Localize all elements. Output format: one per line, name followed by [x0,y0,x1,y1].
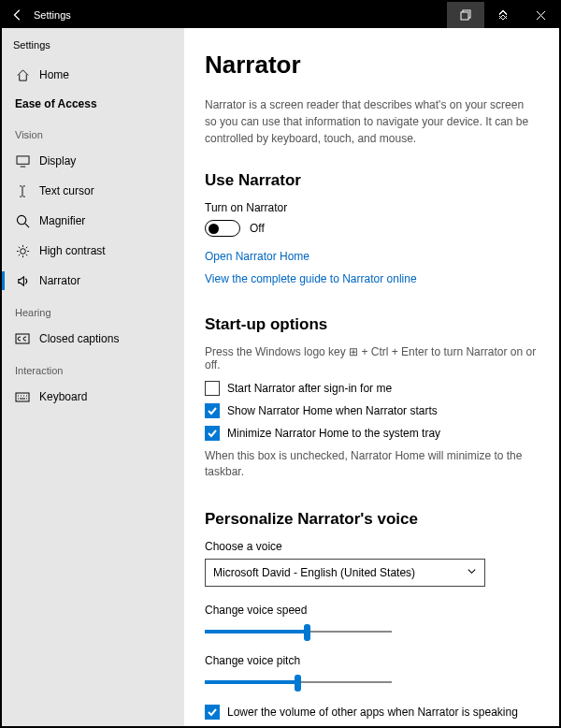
pitch-slider[interactable] [205,673,485,692]
back-button[interactable] [9,7,26,23]
sidebar: Settings Home Ease of Access Vision Disp… [2,28,184,726]
sidebar-category-vision: Vision [2,118,184,146]
sidebar-item-label: Closed captions [39,332,119,345]
voice-selected: Microsoft David - English (United States… [213,566,415,579]
restore-down-button[interactable] [447,2,484,28]
high-contrast-icon [15,243,30,258]
voice-heading: Personalize Narrator's voice [205,510,539,529]
speed-slider[interactable] [205,622,485,641]
checkbox-lower-volume[interactable] [205,705,220,720]
display-icon [15,153,30,168]
sidebar-item-home[interactable]: Home [2,60,184,90]
tray-note: When this box is unchecked, Narrator Hom… [205,448,539,480]
checkbox-label: Show Narrator Home when Narrator starts [227,404,438,417]
svg-rect-1 [461,12,468,20]
sidebar-item-label: High contrast [39,244,106,257]
sidebar-item-label: Display [39,154,76,167]
toggle-label: Turn on Narrator [205,201,539,214]
checkbox-label: Minimize Narrator Home to the system tra… [227,427,440,440]
use-narrator-heading: Use Narrator [205,171,539,190]
choose-voice-label: Choose a voice [205,540,539,553]
magnifier-icon [15,213,30,228]
checkbox-label: Lower the volume of other apps when Narr… [227,706,518,719]
sidebar-item-ease-of-access[interactable]: Ease of Access [2,90,184,118]
sidebar-item-keyboard[interactable]: Keyboard [2,382,184,412]
page-description: Narrator is a screen reader that describ… [205,96,539,147]
sidebar-item-narrator[interactable]: Narrator [2,266,184,296]
closed-captions-icon [15,331,30,346]
pitch-slider-label: Change voice pitch [205,654,539,667]
sidebar-item-label: Magnifier [39,214,85,227]
page-title: Narrator [205,51,539,80]
sidebar-item-high-contrast[interactable]: High contrast [2,236,184,266]
sidebar-item-label: Narrator [39,274,80,287]
sidebar-item-label: Home [39,68,69,81]
sidebar-item-magnifier[interactable]: Magnifier [2,206,184,236]
sidebar-header: Settings [2,36,184,60]
checkbox-start-after-signin[interactable] [205,381,220,396]
narrator-toggle[interactable] [205,220,240,237]
svg-point-3 [17,215,25,224]
text-cursor-icon [15,183,30,198]
speed-slider-label: Change voice speed [205,604,539,617]
sidebar-item-label: Ease of Access [15,97,97,110]
startup-shortcut-note: Press the Windows logo key ⊞ + Ctrl + En… [205,345,539,371]
toggle-state: Off [250,222,265,235]
open-narrator-home-link[interactable]: Open Narrator Home [205,250,539,263]
window-title: Settings [34,9,447,21]
sidebar-category-hearing: Hearing [2,296,184,324]
svg-rect-6 [16,393,29,401]
startup-heading: Start-up options [205,315,539,334]
svg-rect-2 [17,155,29,163]
maximize-button[interactable] [484,2,522,28]
sidebar-item-label: Text cursor [39,184,94,197]
content-pane: Narrator Narrator is a screen reader tha… [184,28,559,726]
sidebar-item-closed-captions[interactable]: Closed captions [2,324,184,354]
keyboard-icon [15,389,30,404]
svg-point-4 [20,248,25,254]
checkbox-label: Start Narrator after sign-in for me [227,382,392,395]
narrator-guide-link[interactable]: View the complete guide to Narrator onli… [205,272,539,285]
voice-select[interactable]: Microsoft David - English (United States… [205,559,485,587]
checkbox-minimize-tray[interactable] [205,426,220,441]
narrator-icon [15,273,30,288]
checkbox-show-home[interactable] [205,403,220,418]
sidebar-item-display[interactable]: Display [2,146,184,176]
close-button[interactable] [522,2,559,28]
chevron-down-icon [467,566,477,579]
sidebar-category-interaction: Interaction [2,354,184,382]
sidebar-item-text-cursor[interactable]: Text cursor [2,176,184,206]
sidebar-item-label: Keyboard [39,390,87,403]
titlebar: Settings [2,2,559,28]
home-icon [15,67,30,82]
